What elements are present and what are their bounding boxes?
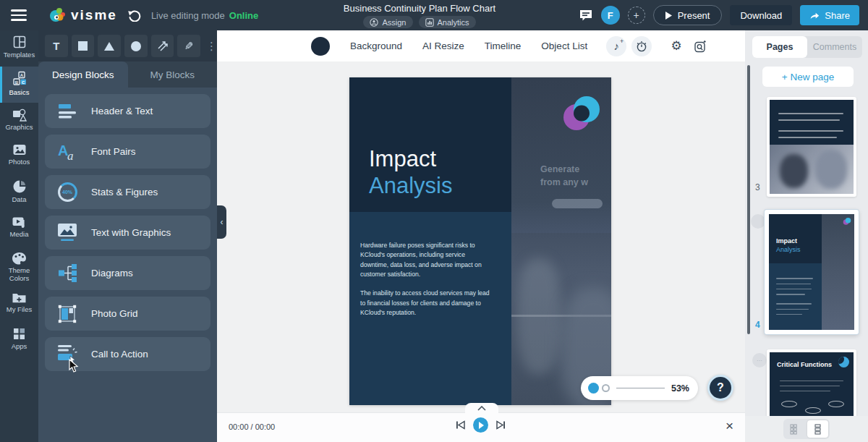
tab-pages[interactable]: Pages <box>752 36 807 58</box>
top-bar: visme Live editing mode Online Business … <box>0 0 868 30</box>
share-arrow-icon <box>809 11 820 20</box>
page-4-title-line1: Impact <box>776 237 797 245</box>
logo-text: visme <box>71 7 117 23</box>
help-button[interactable]: ? <box>707 375 733 401</box>
theme-colors-icon <box>12 252 27 265</box>
assign-button[interactable]: Assign <box>363 16 412 28</box>
sidebar-item-photos[interactable]: Photos <box>0 139 38 175</box>
analytics-chart-icon <box>425 18 434 27</box>
add-collaborator-icon[interactable]: + <box>628 7 645 24</box>
square-icon <box>78 41 88 51</box>
close-player-icon[interactable]: × <box>726 419 733 433</box>
sidebar-item-data[interactable]: Data <box>0 175 38 211</box>
zoom-slider-handle[interactable] <box>602 384 610 392</box>
add-audio-icon[interactable]: ♪ + <box>606 36 626 56</box>
visme-logo[interactable]: visme <box>48 6 117 25</box>
playback-controls <box>456 417 506 433</box>
zoom-slider-track[interactable] <box>616 388 665 389</box>
sidebar-item-basics[interactable]: A B C Basics <box>0 67 38 103</box>
diagrams-icon <box>56 263 78 284</box>
slide-title-block[interactable]: Impact Analysis <box>369 146 452 199</box>
slide-page-4[interactable]: Impact Analysis Hardware failure poses s… <box>349 77 611 405</box>
background-color-swatch[interactable] <box>311 37 330 56</box>
page-thumbnail-5[interactable]: Critical Functions <box>767 349 856 419</box>
page-number-3: 3 <box>755 182 760 192</box>
slide-body-text[interactable]: Hardware failure poses significant risks… <box>360 241 494 318</box>
header-text-icon <box>56 101 78 122</box>
list-view-icon[interactable] <box>807 420 828 438</box>
panel-collapse-handle[interactable]: ‹ <box>217 205 226 239</box>
block-photo-grid[interactable]: Photo Grid <box>45 297 210 331</box>
page-thumbnail-4-selected[interactable]: Impact Analysis <box>765 210 859 334</box>
text-tool[interactable]: T <box>45 35 68 57</box>
grid-view-icon[interactable] <box>785 420 806 438</box>
zoom-control: 53% <box>581 376 698 400</box>
block-diagrams[interactable]: Diagrams <box>45 256 210 290</box>
assign-person-icon <box>370 18 378 27</box>
timeline-button[interactable]: Timeline <box>485 41 522 51</box>
slide-lower-panel[interactable]: Hardware failure poses significant risks… <box>349 212 511 405</box>
ai-resize-button[interactable]: AI Resize <box>422 41 464 51</box>
apps-icon <box>12 327 26 341</box>
tab-design-blocks[interactable]: Design Blocks <box>38 61 128 88</box>
sidebar-item-apps[interactable]: Apps <box>0 323 38 359</box>
svg-text:A: A <box>20 73 23 77</box>
skip-back-icon[interactable] <box>456 420 465 430</box>
line-arrow-tool[interactable] <box>151 35 174 57</box>
block-text-with-graphics[interactable]: Text with Graphics <box>45 216 210 250</box>
comments-icon[interactable] <box>579 8 593 22</box>
square-shape-tool[interactable] <box>72 35 95 57</box>
play-triangle-icon <box>478 422 484 429</box>
canvas-area: Background AI Resize Timeline Object Lis… <box>217 30 745 442</box>
share-label: Share <box>825 10 850 21</box>
page-5-moon-logo <box>838 357 849 367</box>
hamburger-menu-icon[interactable] <box>4 0 33 30</box>
online-status: Online <box>229 10 258 21</box>
zoom-toggle-dot[interactable] <box>588 383 599 394</box>
more-tools-icon[interactable]: ⋮ <box>206 40 217 53</box>
page-4-lower-panel <box>769 263 822 330</box>
tab-comments[interactable]: Comments <box>807 36 862 58</box>
object-list-button[interactable]: Object List <box>541 41 587 51</box>
pages-scrollbar[interactable] <box>747 65 750 334</box>
sidebar-item-media[interactable]: Media <box>0 211 38 247</box>
media-icon <box>12 216 27 229</box>
document-title[interactable]: Business Continuity Plan Flow Chart <box>289 3 550 14</box>
skip-forward-icon[interactable] <box>496 420 506 430</box>
block-font-pairs[interactable]: A a Font Pairs <box>45 135 210 169</box>
page-thumbnail-3[interactable] <box>767 97 856 197</box>
sidebar-item-theme-colors[interactable]: Theme Colors <box>0 247 38 286</box>
chevron-up-icon <box>477 406 486 411</box>
share-button[interactable]: Share <box>800 5 859 25</box>
download-button[interactable]: Download <box>730 5 792 25</box>
sidebar-item-templates[interactable]: Templates <box>0 30 38 67</box>
block-call-to-action[interactable]: Call to Action <box>45 337 210 371</box>
sidebar-item-graphics[interactable]: Graphics <box>0 103 38 139</box>
analytics-button[interactable]: Analytics <box>419 16 476 28</box>
triangle-shape-tool[interactable] <box>98 35 121 57</box>
user-avatar[interactable]: F <box>601 6 620 25</box>
timer-icon[interactable] <box>631 36 652 56</box>
slide-photo[interactable]: Generate from any w <box>511 77 611 405</box>
block-header-text[interactable]: Header & Text <box>45 94 210 128</box>
present-button[interactable]: Present <box>653 5 723 25</box>
photo-caption: Generate from any w <box>540 163 588 189</box>
background-button[interactable]: Background <box>350 41 402 51</box>
circle-shape-tool[interactable] <box>124 35 148 57</box>
analytics-label: Analytics <box>438 18 469 27</box>
photo-desk-object <box>517 258 561 374</box>
sidebar-item-my-files[interactable]: My Files <box>0 286 38 323</box>
thumbnail-view-toggle <box>783 419 830 439</box>
block-stats-figures[interactable]: 40% Stats & Figures <box>45 175 210 209</box>
expand-player-tab[interactable] <box>465 403 498 413</box>
settings-gear-icon[interactable]: ⚙ <box>667 37 686 56</box>
preview-search-icon[interactable] <box>691 37 710 56</box>
document-subactions: Assign Analytics <box>289 16 550 28</box>
tab-my-blocks[interactable]: My Blocks <box>128 61 218 88</box>
undo-icon[interactable] <box>127 9 141 22</box>
play-button[interactable] <box>473 417 488 433</box>
new-page-button[interactable]: + New page <box>762 67 854 87</box>
call-to-action-icon <box>56 344 78 365</box>
pages-panel-footer <box>745 416 868 442</box>
pen-tool[interactable]: ✎ <box>177 35 200 57</box>
